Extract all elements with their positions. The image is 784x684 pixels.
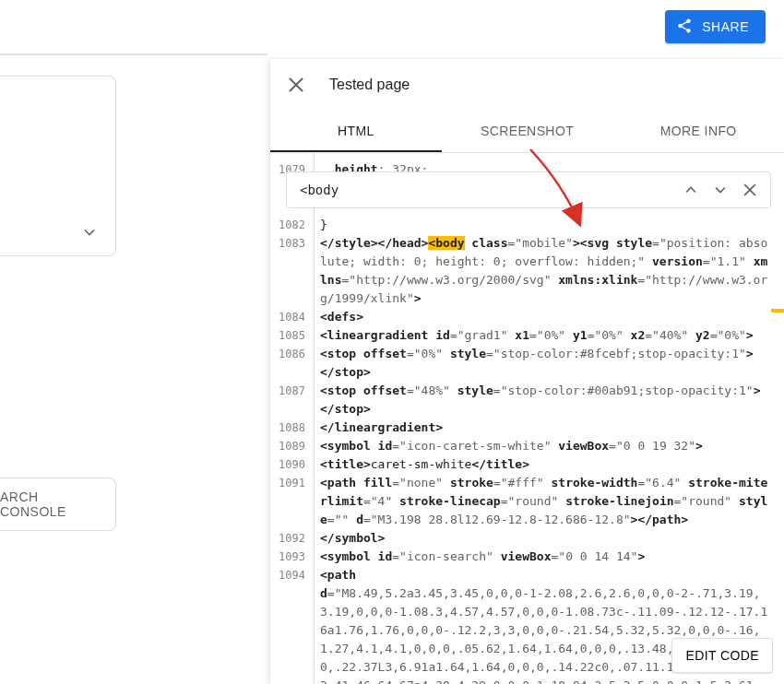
panel-title: Tested page: [329, 77, 410, 93]
code-area: 1079 height: 32px; 1082 } 1083 </style><…: [270, 153, 784, 684]
line-number: 1084: [270, 308, 311, 326]
code-search-input[interactable]: [300, 183, 672, 197]
share-label: SHARE: [702, 19, 749, 34]
left-card-console[interactable]: ARCH CONSOLE: [0, 478, 116, 531]
chevron-down-icon[interactable]: [80, 223, 99, 246]
code-lines[interactable]: 1079 height: 32px; 1082 } 1083 </style><…: [270, 153, 784, 684]
code-line: </symbol>: [320, 529, 775, 548]
left-card-1: [0, 76, 116, 256]
console-label: ARCH CONSOLE: [0, 489, 99, 519]
line-number: 1085: [270, 326, 311, 345]
search-prev-icon[interactable]: [680, 179, 702, 201]
tab-more-info[interactable]: MORE INFO: [612, 111, 784, 152]
line-number: 1091: [270, 474, 311, 492]
code-line: <stop offset="0%" style="stop-color:#8fc…: [320, 345, 775, 382]
code-line: }: [320, 216, 775, 234]
code-line: </style></head><body class="mobile"><svg…: [320, 234, 775, 308]
share-icon: [676, 18, 693, 37]
code-line: <title>caret-sm-white</title>: [320, 455, 775, 474]
line-number: 1090: [270, 455, 311, 474]
tab-bar: HTML SCREENSHOT MORE INFO: [270, 111, 784, 153]
share-button[interactable]: SHARE: [665, 10, 766, 43]
code-search-bar: [286, 171, 771, 208]
code-line: <stop offset="48%" style="stop-color:#00…: [320, 382, 775, 419]
search-close-icon[interactable]: [739, 179, 761, 201]
code-line: <symbol id="icon-search" viewBox="0 0 14…: [320, 548, 775, 566]
code-line: </lineargradient>: [320, 419, 775, 437]
close-icon[interactable]: [285, 74, 307, 96]
top-divider: [0, 53, 267, 55]
line-number: 1086: [270, 345, 311, 363]
line-number: 1087: [270, 382, 311, 400]
line-number: 1094: [270, 566, 311, 584]
code-line: <symbol id="icon-caret-sm-white" viewBox…: [320, 437, 775, 455]
line-number: 1082: [270, 216, 311, 234]
tab-screenshot[interactable]: SCREENSHOT: [442, 111, 613, 152]
edit-code-button[interactable]: EDIT CODE: [671, 638, 773, 673]
line-number: 1089: [270, 437, 311, 455]
line-number: 1092: [270, 529, 311, 548]
tab-html[interactable]: HTML: [270, 111, 442, 152]
scrollbar-highlight-marker: [771, 309, 784, 313]
code-line: <path fill="none" stroke="#fff" stroke-w…: [320, 474, 775, 529]
line-number: 1093: [270, 548, 311, 566]
code-line: <lineargradient id="grad1" x1="0%" y1="0…: [320, 326, 775, 345]
code-line: <defs>: [320, 308, 775, 326]
search-next-icon[interactable]: [709, 179, 731, 201]
line-number: 1083: [270, 234, 311, 253]
tested-page-panel: Tested page HTML SCREENSHOT MORE INFO 10…: [270, 59, 784, 684]
line-number: 1088: [270, 419, 311, 437]
